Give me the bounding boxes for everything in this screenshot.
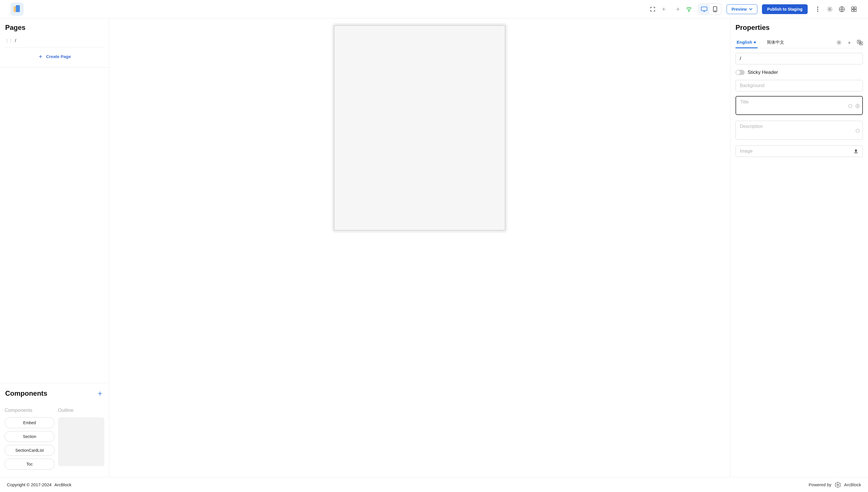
undo-icon[interactable] — [660, 4, 670, 14]
page-canvas[interactable] — [333, 25, 506, 231]
footer-copyright: Copyright © 2017-2024 — [7, 482, 51, 487]
svg-rect-1 — [16, 5, 20, 12]
outline-box[interactable] — [58, 417, 105, 466]
language-tabs: English ★ 简体中文 ＋ — [736, 37, 863, 48]
svg-rect-14 — [854, 9, 856, 11]
globe-icon[interactable] — [837, 4, 847, 14]
image-input[interactable]: Image — [736, 145, 863, 157]
pages-panel: Pages ⋮⋮ / ＋ Create Page — [0, 18, 109, 68]
redo-icon[interactable] — [672, 4, 682, 14]
components-list-label: Components — [5, 408, 55, 413]
image-placeholder: Image — [740, 149, 752, 154]
device-switcher — [698, 3, 721, 15]
tab-chinese[interactable]: 简体中文 — [766, 37, 785, 48]
desktop-device-button[interactable] — [699, 4, 710, 14]
add-language-icon[interactable]: ＋ — [847, 39, 852, 46]
svg-rect-21 — [854, 153, 858, 153]
grid-icon[interactable] — [849, 4, 859, 14]
publish-button-label: Publish to Staging — [767, 7, 802, 11]
create-page-button[interactable]: ＋ Create Page — [5, 47, 104, 65]
page-path: / — [15, 38, 16, 43]
add-component-button[interactable]: ＋ — [96, 388, 104, 398]
default-language-star-icon: ★ — [753, 40, 757, 44]
app-logo[interactable] — [10, 3, 24, 16]
svg-point-15 — [838, 42, 840, 43]
svg-point-6 — [817, 7, 818, 8]
language-settings-icon[interactable] — [836, 40, 842, 45]
svg-rect-20 — [856, 129, 859, 132]
gear-icon[interactable] — [825, 4, 835, 14]
canvas-area — [109, 18, 730, 477]
topbar: Preview Publish to Staging — [0, 0, 868, 18]
mobile-device-button[interactable] — [710, 4, 721, 14]
properties-heading: Properties — [736, 24, 863, 32]
pages-heading: Pages — [5, 24, 104, 32]
component-pill-toc[interactable]: Toc — [5, 459, 55, 470]
svg-rect-12 — [854, 7, 856, 9]
component-pill-sectioncardlist[interactable]: SectionCardList — [5, 445, 55, 456]
component-pill-section[interactable]: Section — [5, 431, 55, 442]
left-sidebar: Pages ⋮⋮ / ＋ Create Page Components ＋ Co… — [0, 18, 109, 477]
svg-rect-3 — [701, 7, 707, 10]
path-input[interactable] — [736, 53, 863, 65]
logo-icon — [14, 5, 20, 13]
component-pill-embed[interactable]: Embed — [5, 417, 55, 428]
more-vertical-icon[interactable] — [813, 4, 823, 14]
background-input[interactable] — [736, 80, 863, 91]
wifi-icon[interactable] — [684, 4, 694, 14]
fullscreen-icon[interactable] — [648, 4, 658, 14]
create-page-label: Create Page — [46, 54, 71, 59]
outline-label: Outline — [58, 408, 105, 413]
svg-rect-13 — [852, 9, 853, 11]
footer: Copyright © 2017-2024 ArcBlock Powered b… — [0, 477, 868, 492]
svg-point-9 — [829, 8, 830, 10]
plus-icon: ＋ — [38, 53, 43, 60]
svg-point-7 — [817, 9, 818, 10]
svg-rect-18 — [849, 105, 852, 107]
preview-button[interactable]: Preview — [726, 4, 757, 14]
tab-english[interactable]: English ★ — [736, 37, 758, 48]
svg-point-5 — [715, 10, 715, 11]
tab-chinese-label: 简体中文 — [767, 40, 784, 45]
footer-powered-by: Powered by — [809, 482, 832, 487]
preview-button-label: Preview — [731, 7, 747, 11]
svg-point-8 — [817, 10, 818, 12]
footer-powered-brand: ArcBlock — [844, 482, 861, 487]
components-panel: Components ＋ — [0, 383, 109, 403]
page-row-root[interactable]: ⋮⋮ / — [5, 36, 104, 45]
translate-icon[interactable] — [857, 40, 863, 45]
title-globe-icon[interactable] — [855, 104, 860, 108]
upload-icon[interactable] — [853, 149, 859, 154]
tab-english-label: English — [737, 40, 752, 45]
title-input[interactable] — [736, 96, 863, 115]
sticky-header-toggle[interactable] — [736, 70, 745, 75]
drag-handle-icon[interactable]: ⋮⋮ — [5, 38, 13, 43]
footer-brand: ArcBlock — [54, 482, 71, 487]
description-input[interactable] — [736, 121, 863, 140]
properties-panel: Properties English ★ 简体中文 ＋ /* placeho — [730, 18, 868, 477]
chevron-down-icon — [749, 8, 752, 10]
arcblock-logo-icon — [834, 482, 841, 488]
components-bottom-panel: Components Embed Section SectionCardList… — [0, 403, 109, 477]
components-heading: Components — [5, 389, 47, 397]
sticky-header-label: Sticky Header — [748, 70, 778, 75]
svg-point-2 — [689, 11, 689, 11]
publish-button[interactable]: Publish to Staging — [762, 4, 808, 14]
description-ai-icon[interactable] — [855, 128, 860, 133]
canvas-wrap — [332, 23, 507, 233]
title-ai-icon[interactable] — [848, 104, 852, 108]
svg-rect-11 — [852, 7, 853, 9]
